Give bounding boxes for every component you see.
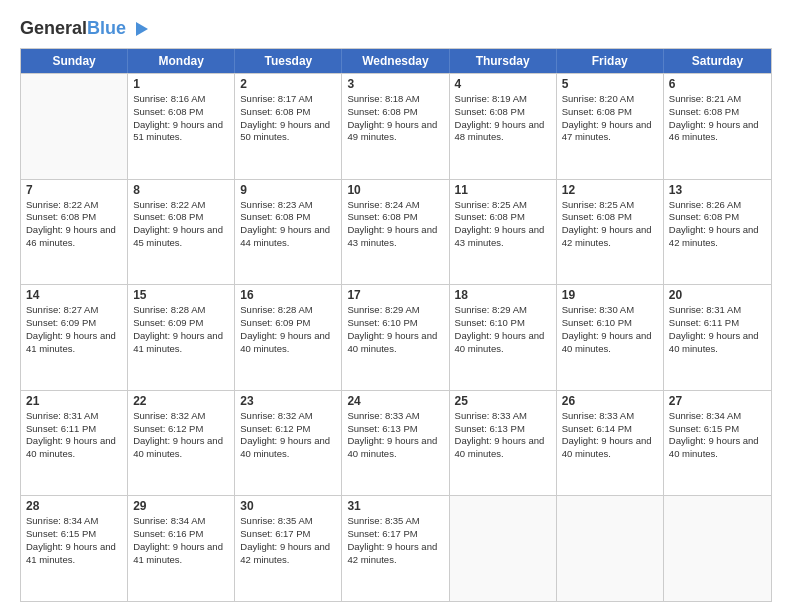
calendar-cell: 25Sunrise: 8:33 AMSunset: 6:13 PMDayligh…: [450, 391, 557, 496]
daylight-text: Daylight: 9 hours and 45 minutes.: [133, 224, 229, 250]
calendar-cell: 20Sunrise: 8:31 AMSunset: 6:11 PMDayligh…: [664, 285, 771, 390]
day-number: 23: [240, 394, 336, 408]
sunrise-text: Sunrise: 8:28 AM: [240, 304, 336, 317]
calendar-cell: 10Sunrise: 8:24 AMSunset: 6:08 PMDayligh…: [342, 180, 449, 285]
daylight-text: Daylight: 9 hours and 47 minutes.: [562, 119, 658, 145]
day-number: 5: [562, 77, 658, 91]
daylight-text: Daylight: 9 hours and 50 minutes.: [240, 119, 336, 145]
sunset-text: Sunset: 6:10 PM: [347, 317, 443, 330]
day-number: 12: [562, 183, 658, 197]
sunrise-text: Sunrise: 8:27 AM: [26, 304, 122, 317]
sunrise-text: Sunrise: 8:19 AM: [455, 93, 551, 106]
daylight-text: Daylight: 9 hours and 40 minutes.: [455, 435, 551, 461]
day-number: 4: [455, 77, 551, 91]
sunset-text: Sunset: 6:08 PM: [455, 211, 551, 224]
day-number: 13: [669, 183, 766, 197]
header-day-friday: Friday: [557, 49, 664, 73]
sunset-text: Sunset: 6:08 PM: [133, 211, 229, 224]
sunset-text: Sunset: 6:16 PM: [133, 528, 229, 541]
sunrise-text: Sunrise: 8:25 AM: [562, 199, 658, 212]
sunrise-text: Sunrise: 8:32 AM: [133, 410, 229, 423]
calendar-cell: 8Sunrise: 8:22 AMSunset: 6:08 PMDaylight…: [128, 180, 235, 285]
sunset-text: Sunset: 6:08 PM: [133, 106, 229, 119]
calendar-cell: 24Sunrise: 8:33 AMSunset: 6:13 PMDayligh…: [342, 391, 449, 496]
sunrise-text: Sunrise: 8:29 AM: [347, 304, 443, 317]
calendar-cell: 19Sunrise: 8:30 AMSunset: 6:10 PMDayligh…: [557, 285, 664, 390]
day-number: 1: [133, 77, 229, 91]
calendar-cell: 27Sunrise: 8:34 AMSunset: 6:15 PMDayligh…: [664, 391, 771, 496]
calendar-cell: 14Sunrise: 8:27 AMSunset: 6:09 PMDayligh…: [21, 285, 128, 390]
day-number: 28: [26, 499, 122, 513]
header-day-sunday: Sunday: [21, 49, 128, 73]
calendar-cell: 15Sunrise: 8:28 AMSunset: 6:09 PMDayligh…: [128, 285, 235, 390]
calendar-cell: 4Sunrise: 8:19 AMSunset: 6:08 PMDaylight…: [450, 74, 557, 179]
sunrise-text: Sunrise: 8:33 AM: [347, 410, 443, 423]
calendar-row-1: 1Sunrise: 8:16 AMSunset: 6:08 PMDaylight…: [21, 73, 771, 179]
sunset-text: Sunset: 6:15 PM: [669, 423, 766, 436]
sunrise-text: Sunrise: 8:35 AM: [240, 515, 336, 528]
day-number: 27: [669, 394, 766, 408]
day-number: 14: [26, 288, 122, 302]
sunrise-text: Sunrise: 8:31 AM: [26, 410, 122, 423]
calendar-cell: 17Sunrise: 8:29 AMSunset: 6:10 PMDayligh…: [342, 285, 449, 390]
sunset-text: Sunset: 6:10 PM: [562, 317, 658, 330]
day-number: 11: [455, 183, 551, 197]
calendar-cell: 22Sunrise: 8:32 AMSunset: 6:12 PMDayligh…: [128, 391, 235, 496]
daylight-text: Daylight: 9 hours and 42 minutes.: [240, 541, 336, 567]
sunrise-text: Sunrise: 8:35 AM: [347, 515, 443, 528]
daylight-text: Daylight: 9 hours and 44 minutes.: [240, 224, 336, 250]
calendar-cell: [450, 496, 557, 601]
calendar-cell: 1Sunrise: 8:16 AMSunset: 6:08 PMDaylight…: [128, 74, 235, 179]
sunset-text: Sunset: 6:10 PM: [455, 317, 551, 330]
day-number: 18: [455, 288, 551, 302]
sunrise-text: Sunrise: 8:29 AM: [455, 304, 551, 317]
calendar-cell: 9Sunrise: 8:23 AMSunset: 6:08 PMDaylight…: [235, 180, 342, 285]
day-number: 31: [347, 499, 443, 513]
day-number: 22: [133, 394, 229, 408]
sunset-text: Sunset: 6:08 PM: [562, 106, 658, 119]
daylight-text: Daylight: 9 hours and 40 minutes.: [562, 435, 658, 461]
day-number: 29: [133, 499, 229, 513]
sunset-text: Sunset: 6:08 PM: [669, 211, 766, 224]
day-number: 26: [562, 394, 658, 408]
sunrise-text: Sunrise: 8:28 AM: [133, 304, 229, 317]
daylight-text: Daylight: 9 hours and 41 minutes.: [26, 541, 122, 567]
calendar-cell: 13Sunrise: 8:26 AMSunset: 6:08 PMDayligh…: [664, 180, 771, 285]
day-number: 21: [26, 394, 122, 408]
daylight-text: Daylight: 9 hours and 40 minutes.: [240, 435, 336, 461]
sunset-text: Sunset: 6:12 PM: [240, 423, 336, 436]
daylight-text: Daylight: 9 hours and 42 minutes.: [562, 224, 658, 250]
sunrise-text: Sunrise: 8:20 AM: [562, 93, 658, 106]
sunset-text: Sunset: 6:08 PM: [347, 211, 443, 224]
calendar-row-4: 21Sunrise: 8:31 AMSunset: 6:11 PMDayligh…: [21, 390, 771, 496]
sunrise-text: Sunrise: 8:34 AM: [133, 515, 229, 528]
calendar-cell: 5Sunrise: 8:20 AMSunset: 6:08 PMDaylight…: [557, 74, 664, 179]
daylight-text: Daylight: 9 hours and 40 minutes.: [347, 330, 443, 356]
calendar-cell: 26Sunrise: 8:33 AMSunset: 6:14 PMDayligh…: [557, 391, 664, 496]
sunset-text: Sunset: 6:08 PM: [240, 211, 336, 224]
calendar-cell: [664, 496, 771, 601]
calendar-cell: 2Sunrise: 8:17 AMSunset: 6:08 PMDaylight…: [235, 74, 342, 179]
header-day-tuesday: Tuesday: [235, 49, 342, 73]
calendar-cell: 21Sunrise: 8:31 AMSunset: 6:11 PMDayligh…: [21, 391, 128, 496]
daylight-text: Daylight: 9 hours and 49 minutes.: [347, 119, 443, 145]
daylight-text: Daylight: 9 hours and 41 minutes.: [133, 330, 229, 356]
sunset-text: Sunset: 6:12 PM: [133, 423, 229, 436]
daylight-text: Daylight: 9 hours and 41 minutes.: [133, 541, 229, 567]
day-number: 19: [562, 288, 658, 302]
calendar-cell: 30Sunrise: 8:35 AMSunset: 6:17 PMDayligh…: [235, 496, 342, 601]
day-number: 10: [347, 183, 443, 197]
sunrise-text: Sunrise: 8:33 AM: [562, 410, 658, 423]
calendar-cell: 23Sunrise: 8:32 AMSunset: 6:12 PMDayligh…: [235, 391, 342, 496]
day-number: 17: [347, 288, 443, 302]
sunrise-text: Sunrise: 8:30 AM: [562, 304, 658, 317]
sunrise-text: Sunrise: 8:34 AM: [669, 410, 766, 423]
daylight-text: Daylight: 9 hours and 46 minutes.: [669, 119, 766, 145]
sunset-text: Sunset: 6:11 PM: [26, 423, 122, 436]
sunset-text: Sunset: 6:17 PM: [240, 528, 336, 541]
sunrise-text: Sunrise: 8:34 AM: [26, 515, 122, 528]
sunrise-text: Sunrise: 8:16 AM: [133, 93, 229, 106]
calendar-cell: 18Sunrise: 8:29 AMSunset: 6:10 PMDayligh…: [450, 285, 557, 390]
day-number: 24: [347, 394, 443, 408]
daylight-text: Daylight: 9 hours and 48 minutes.: [455, 119, 551, 145]
